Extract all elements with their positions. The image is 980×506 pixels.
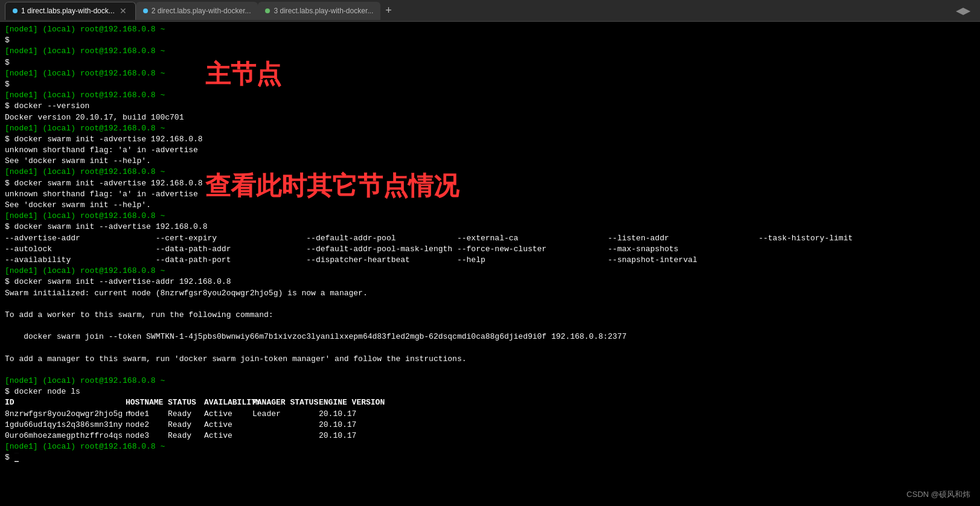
browser-tabs: 1 direct.labs.play-with-dock... ✕ 2 dire…	[0, 0, 980, 22]
tab-dot-1	[13, 8, 18, 13]
terminal-output: To add a worker to this swarm, run the f…	[5, 310, 975, 321]
terminal-blank	[5, 342, 975, 353]
table-row: 1gdu66ud1qy1s2q386smn31ny node2 Ready Ac…	[5, 420, 975, 431]
table-header: ID HOSTNAME STATUS AVAILABILITY MANAGER …	[5, 397, 975, 408]
terminal-blank	[5, 299, 975, 310]
terminal-flags: --autolock --data-path-addr --default-ad…	[5, 244, 975, 255]
terminal-line: [node1] (local) root@192.168.0.8 ~	[5, 211, 975, 222]
new-tab-button[interactable]: +	[380, 4, 397, 17]
terminal-output: See 'docker swarm init --help'.	[5, 156, 975, 167]
terminal-line: [node1] (local) root@192.168.0.8 ~	[5, 123, 975, 134]
tab-1-label: 1 direct.labs.play-with-dock...	[21, 7, 115, 15]
terminal-line: [node1] (local) root@192.168.0.8 ~	[5, 441, 975, 452]
terminal-output: To add a manager to this swarm, run 'doc…	[5, 354, 975, 365]
watermark: CSDN @硕风和炜	[906, 489, 970, 500]
table-row: 0uro6mhoezamegpthzffro4qs node3 Ready Ac…	[5, 431, 975, 441]
terminal-line: $ docker swarm init -advertise 192.168.0…	[5, 134, 975, 145]
terminal-flags: --availability --data-path-port --dispat…	[5, 255, 975, 266]
terminal-flags: --advertise-addr --cert-expiry --default…	[5, 233, 975, 244]
terminal-output: Docker version 20.10.17, build 100c701	[5, 112, 975, 123]
tab-dot-2	[143, 8, 148, 13]
tab-2-label: 2 direct.labs.play-with-docker...	[152, 7, 251, 15]
tab-3[interactable]: 3 direct.labs.play-with-docker...	[258, 2, 380, 20]
tab-1[interactable]: 1 direct.labs.play-with-dock... ✕	[5, 2, 136, 20]
terminal-line: [node1] (local) root@192.168.0.8 ~	[5, 24, 975, 35]
terminal-line: [node1] (local) root@192.168.0.8 ~	[5, 376, 975, 386]
tab-1-close[interactable]: ✕	[118, 6, 128, 16]
terminal-output: unknown shorthand flag: 'a' in -advertis…	[5, 145, 975, 156]
terminal-cursor-line: $ █	[5, 452, 975, 463]
terminal-line: $ docker swarm init -advertise 192.168.0…	[5, 178, 975, 189]
terminal-output-indent: docker swarm join --token SWMTKN-1-4j5pb…	[5, 331, 975, 342]
terminal-line: $	[5, 57, 975, 68]
terminal-line: $ docker node ls	[5, 386, 975, 397]
terminal-blank	[5, 321, 975, 331]
terminal-line: [node1] (local) root@192.168.0.8 ~	[5, 68, 975, 79]
tab-dot-3	[265, 8, 270, 13]
terminal[interactable]: [node1] (local) root@192.168.0.8 ~ $ [no…	[0, 22, 980, 506]
terminal-blank	[5, 365, 975, 376]
tab-3-label: 3 direct.labs.play-with-docker...	[274, 7, 373, 15]
terminal-output: unknown shorthand flag: 'a' in -advertis…	[5, 189, 975, 200]
terminal-output: See 'docker swarm init --help'.	[5, 200, 975, 211]
tab-2[interactable]: 2 direct.labs.play-with-docker...	[136, 2, 258, 20]
terminal-line: [node1] (local) root@192.168.0.8 ~	[5, 46, 975, 57]
table-row: 8nzrwfgsr8you2oqwgr2hjo5g * node1 Ready …	[5, 409, 975, 420]
terminal-line: $	[5, 35, 975, 46]
terminal-line: $ docker swarm init --advertise-addr 192…	[5, 277, 975, 287]
terminal-line: $	[5, 79, 975, 90]
terminal-line: [node1] (local) root@192.168.0.8 ~	[5, 266, 975, 277]
terminal-line: $ docker --version	[5, 101, 975, 112]
terminal-line: [node1] (local) root@192.168.0.8 ~	[5, 90, 975, 101]
terminal-line: [node1] (local) root@192.168.0.8 ~	[5, 167, 975, 178]
terminal-line: $ docker swarm init --advertise 192.168.…	[5, 222, 975, 232]
terminal-output: Swarm initialized: current node (8nzrwfg…	[5, 288, 975, 299]
nav-arrows: ◀▶	[956, 5, 975, 16]
